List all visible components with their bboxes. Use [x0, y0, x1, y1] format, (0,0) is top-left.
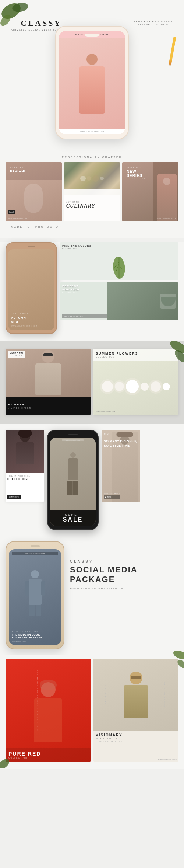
fashion-template: AUTHENTIC PAVIANI SALE WWW.YOURWEBSITE.C… — [6, 162, 62, 221]
sale-bottom-bar: SUPER SALE — [50, 510, 96, 526]
package-title: SOCIAL MEDIA PACKAGE — [70, 565, 178, 585]
visionary-side-left: CLASSY SOCIAL — [105, 684, 106, 705]
visionary-name: MIKE SMITH — [96, 737, 176, 740]
leaf-top-left-decoration — [0, 0, 37, 37]
made-for-photoshop-label: MADE FOR PHOTOSHOP ALIGNED TO GRID — [133, 20, 173, 25]
model-image-area — [59, 38, 125, 129]
modern-coll-label: MODERN COLLECTION — [8, 351, 25, 358]
aligned-to-grid: ALIGNED TO GRID — [133, 23, 173, 25]
phone-outer-small: FALL / WINTER AUTUMNVIBES WWW.YOURWEBSIT… — [6, 242, 57, 334]
man-top-bar: WWW.YOURWEBSITE.COM — [12, 552, 58, 555]
phone-url-bar: WWW.YOURWEBSITE.COM — [62, 439, 84, 441]
svg-point-10 — [0, 757, 11, 768]
package-line1: SOCIAL MEDIA — [70, 565, 178, 575]
hero-section: CLASSY ANIMATED SOCIAL MEDIA TEMPLATES M… — [0, 0, 184, 150]
perfect-title: PERFECTFOR YOU! — [62, 285, 176, 291]
man-url-bottom: YOURWEBSITE.COM — [12, 640, 58, 642]
phone-screen-center: WWW.YOURWEBSITE.COM — [50, 438, 96, 526]
fashion-url: WWW.YOURWEBSITE.COM — [8, 217, 27, 219]
perfect-template: PERFECTFOR YOU! COLLECTION FIND OUT MORE — [60, 282, 178, 320]
final-section: EASILY EDITABLE TEXT COLORS AND IMAGES P… — [0, 655, 184, 769]
visionary-bottom: VISIONARY MIKE SMITH EASILY EDITABLE TEX… — [93, 731, 178, 745]
minimalist-template: THE MINIMALIST COLLECTION LEARN MORE — [6, 430, 44, 502]
man-bottom-text: NEW COLLECTION THE MODERN LOOKAUTHENTIC … — [12, 631, 58, 642]
dresses-inner: ““ SO MANY DRESSES, SO LITTLE TIME FIND … — [102, 430, 140, 502]
new-series-prefix: NEW SERIES — [127, 167, 174, 169]
find-colors-title: FIND THE COLORS — [62, 244, 176, 247]
series-template: NEW SERIES NEWSERIES COLLECTION WWW.YOUR… — [122, 162, 178, 221]
modern-collection-text: MODERN — [10, 352, 23, 355]
visionary-side-right: MADE FOR STUDIO — [164, 682, 166, 707]
minimalist-title: COLLECTION — [7, 478, 42, 480]
find-colors-sub: COLLECTION — [62, 247, 176, 250]
package-brand: CLASSY — [70, 560, 178, 564]
phone-outer-frame: NEW COLLECTION WWW.YOURWEBSITE.COM — [55, 26, 129, 139]
series-title-label: NEWSERIES — [127, 170, 174, 178]
made-for-photoshop-section: MADE FOR PHOTOSHOP — [11, 226, 178, 228]
minimalist-btn: LEARN MORE — [7, 495, 21, 499]
perfect-text: PERFECTFOR YOU! COLLECTION — [62, 285, 176, 293]
minimalist-collection: THE MINIMALIST — [7, 475, 42, 477]
series-subtitle: COLLECTION — [127, 178, 174, 180]
sale-model-area — [50, 438, 96, 510]
man-phone-wrapper: WWW.YOURWEBSITE.COM — [6, 541, 64, 649]
phone-screen-man: WWW.YOURWEBSITE.COM — [9, 549, 61, 645]
gray-templates: MODERN COLLECTION MODERN LIMITED OFFER — [6, 349, 178, 415]
svg-point-11 — [172, 651, 184, 661]
man-section: WWW.YOURWEBSITE.COM — [0, 536, 184, 655]
phone-outer-black: WWW.YOURWEBSITE.COM — [47, 430, 99, 530]
phone-screen-small: FALL / WINTER AUTUMNVIBES WWW.YOURWEBSIT… — [8, 249, 54, 330]
fashion-name: PAVIANI — [10, 170, 57, 173]
phone-notch — [85, 34, 99, 37]
visionary-url: WWW.YOURWEBSITE.COM — [158, 758, 177, 760]
super-label: SUPER — [53, 513, 93, 516]
website-url-bar: WWW.YOURWEBSITE.COM — [59, 129, 125, 134]
pencil-decoration — [171, 37, 174, 65]
dresses-text: SO MANY DRESSES, SO LITTLE TIME — [104, 439, 138, 448]
phone-screen: NEW COLLECTION WWW.YOURWEBSITE.COM — [59, 31, 125, 134]
templates-grid: AUTHENTIC PAVIANI SALE WWW.YOURWEBSITE.C… — [6, 162, 178, 221]
dresses-template: ““ SO MANY DRESSES, SO LITTLE TIME FIND … — [102, 430, 140, 502]
minimalist-row: THE MINIMALIST COLLECTION LEARN MORE WWW… — [6, 430, 178, 530]
summer-url: WWW.YOURWEBSITE.COM — [96, 411, 115, 413]
minimalist-image — [6, 430, 44, 473]
modern-template: MODERN COLLECTION MODERN LIMITED OFFER — [6, 349, 91, 415]
culinary-title: CULINARY — [66, 203, 95, 209]
sale-phone-mockup: WWW.YOURWEBSITE.COM — [47, 430, 99, 530]
svg-point-12 — [176, 658, 184, 670]
dresses-find-label: FIND OUT MORE — [104, 493, 120, 495]
phone-outer-rose: WWW.YOURWEBSITE.COM — [6, 541, 64, 649]
fashion-phone-mockup: FALL / WINTER AUTUMNVIBES WWW.YOURWEBSIT… — [6, 242, 57, 334]
sale-title: SALE — [53, 516, 93, 523]
culinary-template: AUTHENTIC CULINARY — [64, 162, 120, 221]
professionally-crafted-label: PROFESSIONALLY CRAFTED — [6, 156, 178, 158]
leaf-top-right-final — [166, 651, 184, 675]
modern-offer: LIMITED OFFER — [8, 407, 88, 409]
man-title: THE MODERN LOOKAUTHENTIC FASHION — [12, 634, 58, 639]
small-templates-column: FIND THE COLORS COLLECTION PERFECTFOR YO… — [60, 242, 178, 320]
gray-section: MODERN COLLECTION MODERN LIMITED OFFER — [0, 341, 184, 424]
culinary-text: AUTHENTIC CULINARY — [64, 189, 120, 221]
dresses-more-btn[interactable]: ▶ MORE — [104, 495, 120, 499]
culinary-inner: AUTHENTIC CULINARY — [64, 162, 120, 221]
dresses-quote: ““ — [104, 432, 138, 439]
fashion-text: FALL / WINTER AUTUMNVIBES WWW.YOURWEBSIT… — [11, 313, 52, 327]
minimalist-text: THE MINIMALIST COLLECTION — [6, 473, 44, 482]
minimalist-section: THE MINIMALIST COLLECTION LEARN MORE WWW… — [0, 424, 184, 536]
perfect-sub: COLLECTION — [62, 291, 176, 293]
package-sub: ANIMATED IN PHOTOSHOP — [70, 587, 178, 590]
fashion-inner: AUTHENTIC PAVIANI SALE WWW.YOURWEBSITE.C… — [6, 162, 62, 221]
templates-section: PROFESSIONALLY CRAFTED AUTHENTIC PAVIANI… — [0, 150, 184, 238]
dresses-find-area: FIND OUT MORE ▶ MORE — [104, 493, 120, 499]
visionary-edit: EASILY EDITABLE TEXT — [96, 740, 176, 743]
sale-badge: SALE — [8, 210, 15, 214]
phone-templates-section: FALL / WINTER AUTUMNVIBES WWW.YOURWEBSIT… — [0, 242, 184, 341]
made-for-line1: MADE FOR PHOTOSHOP — [133, 20, 173, 22]
package-line2: PACKAGE — [70, 575, 178, 584]
modern-title: MODERN — [8, 403, 88, 406]
visionary-title: VISIONARY — [96, 733, 176, 737]
modern-sub: COLLECTION — [10, 355, 23, 356]
authentic-label: AUTHENTIC — [10, 167, 57, 169]
package-info: CLASSY SOCIAL MEDIA PACKAGE ANIMATED IN … — [70, 541, 178, 590]
mortar-image — [160, 294, 176, 309]
